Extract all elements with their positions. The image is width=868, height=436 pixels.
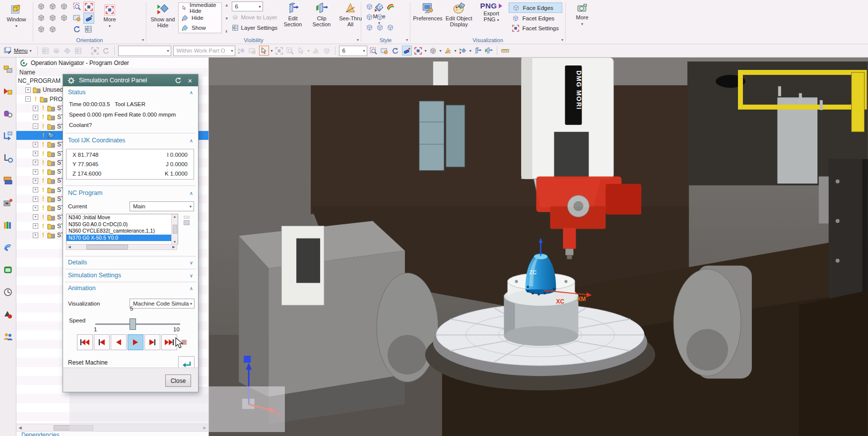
work-layer-combo[interactable]: 6▾ xyxy=(232,1,263,11)
render-style-dropdown-icon[interactable]: ▾ xyxy=(440,49,442,53)
status-bulb-icon[interactable]: ! xyxy=(40,195,46,202)
graphics-viewport[interactable]: DMG MORI xyxy=(209,58,868,436)
status-bulb-icon[interactable]: ! xyxy=(40,114,46,121)
close-button[interactable]: Close xyxy=(165,374,191,387)
expander-icon[interactable]: + xyxy=(33,178,38,184)
orientation-more-button[interactable]: More▾ xyxy=(96,3,123,30)
simulation-settings-section-header[interactable]: Simulation Settings xyxy=(68,272,121,279)
gallery-expand-icon[interactable]: ⇟ xyxy=(225,29,229,34)
status-bulb-icon[interactable]: ! xyxy=(40,123,46,130)
play-button[interactable] xyxy=(128,334,143,350)
status-bulb-icon[interactable]: ! xyxy=(40,177,46,184)
sphere-dropdown-icon[interactable]: ▾ xyxy=(455,49,457,53)
studio-style-icon[interactable] xyxy=(375,12,385,22)
view-trimetric-icon[interactable] xyxy=(36,1,46,11)
rotate-icon[interactable] xyxy=(391,46,400,55)
view-top-icon[interactable] xyxy=(36,13,46,23)
static-wireframe-style-icon[interactable] xyxy=(375,22,385,32)
rainbow-style-icon[interactable] xyxy=(385,1,395,11)
view-left-icon[interactable] xyxy=(48,13,58,23)
show-hide-dropdown-icon[interactable]: ▾ xyxy=(469,49,471,53)
expander-icon[interactable]: + xyxy=(33,142,38,147)
status-bulb-icon[interactable]: ! xyxy=(40,232,46,239)
show-and-hide-button[interactable]: Show and Hide xyxy=(149,1,176,29)
selection-filter-combo[interactable]: ▾ xyxy=(118,46,171,56)
nc-program-collapse-icon[interactable]: ∧ xyxy=(190,190,193,196)
speed-slider-track[interactable] xyxy=(95,323,180,325)
status-bulb-icon[interactable]: ! xyxy=(40,159,46,166)
machine-tool-builder-icon[interactable] xyxy=(2,197,13,208)
nc-scroll-up-icon[interactable]: ▲ xyxy=(173,215,177,218)
details-section-header[interactable]: Details xyxy=(68,259,87,266)
render-style-icon[interactable] xyxy=(429,46,438,55)
assembly-navigator-icon[interactable] xyxy=(2,63,13,74)
zoom-icon[interactable] xyxy=(369,46,378,55)
wireframe-style-icon[interactable] xyxy=(375,1,385,11)
reuse-library-icon[interactable] xyxy=(2,175,13,186)
nc-scrollbar-thumb[interactable] xyxy=(173,225,177,234)
see-thru-all-button[interactable]: See-Thru All xyxy=(337,1,364,28)
nc-program-section-header[interactable]: NC Program xyxy=(68,189,102,196)
clip-section-toolbar-icon[interactable] xyxy=(473,46,482,55)
web-browser-icon[interactable] xyxy=(2,264,13,275)
expander-icon[interactable]: − xyxy=(25,96,31,102)
edit-object-display-button[interactable]: Edit Object Display xyxy=(444,1,474,28)
roles-icon[interactable] xyxy=(2,331,13,342)
snap-point-dropdown-icon[interactable]: ▾ xyxy=(271,49,273,53)
status-bulb-icon[interactable]: ! xyxy=(40,204,46,211)
tool-ijk-collapse-icon[interactable]: ∧ xyxy=(190,138,193,143)
status-bulb-icon[interactable]: ! xyxy=(40,214,46,221)
style-dialog-launcher[interactable]: ▾ xyxy=(406,38,408,42)
process-library-icon[interactable] xyxy=(2,220,13,231)
history-icon[interactable] xyxy=(2,287,13,298)
nc-hscrollbar-thumb[interactable] xyxy=(86,245,128,249)
show-item[interactable]: Show xyxy=(179,23,221,33)
expander-icon[interactable]: + xyxy=(33,205,38,211)
rotate-pen-icon[interactable] xyxy=(83,13,94,24)
system-materials-icon[interactable] xyxy=(2,309,13,320)
nc-scroll-left-icon[interactable]: ◀ xyxy=(67,245,72,249)
view-back-icon[interactable] xyxy=(48,24,58,34)
expander-icon[interactable]: + xyxy=(33,187,38,192)
animation-section-header[interactable]: Animation xyxy=(68,285,96,292)
nc-code-line[interactable]: N370 G0 X-50.5 Y0.0 xyxy=(67,235,171,242)
nc-code-line[interactable]: N340 ;Initial Move xyxy=(67,214,171,221)
machine-tool-navigator-icon[interactable] xyxy=(2,153,13,164)
simulation-settings-expand-icon[interactable]: ∨ xyxy=(190,273,193,278)
expander-icon[interactable]: + xyxy=(33,151,38,156)
nc-code-line[interactable]: N350 G0 A0.0 C=DC(0.0) xyxy=(67,221,171,228)
constraint-navigator-icon[interactable] xyxy=(2,86,13,97)
snap-point-icon[interactable] xyxy=(259,46,269,56)
status-bulb-icon[interactable]: ! xyxy=(40,132,46,139)
expander-icon[interactable]: + xyxy=(33,160,38,165)
orientation-dialog-launcher[interactable]: ▾ xyxy=(142,38,144,42)
shaded-style-icon[interactable] xyxy=(364,12,374,22)
edit-section-button[interactable]: Edit Section xyxy=(279,1,306,28)
hidden-edges-style-icon[interactable] xyxy=(364,22,374,32)
status-bulb-icon[interactable]: ! xyxy=(40,223,46,230)
status-collapse-icon[interactable]: ∧ xyxy=(190,90,193,95)
status-bulb-icon[interactable]: ! xyxy=(40,168,46,175)
details-expand-icon[interactable]: ∨ xyxy=(190,260,193,265)
operation-navigator-icon[interactable] xyxy=(2,130,13,141)
step-forward-button[interactable] xyxy=(144,334,160,350)
status-section-header[interactable]: Status xyxy=(68,89,85,96)
view-scale-combo[interactable]: 6▾ xyxy=(339,46,367,56)
nc-scroll-right-icon[interactable]: ▶ xyxy=(171,245,177,249)
pan-icon[interactable] xyxy=(380,46,389,55)
expander-icon[interactable]: + xyxy=(33,223,38,229)
shaded-edges-style-icon[interactable] xyxy=(364,1,374,11)
scroll-left-icon[interactable]: ◀ xyxy=(16,426,24,430)
perspective-pen-icon[interactable] xyxy=(402,46,412,56)
status-bulb-icon[interactable]: ! xyxy=(40,187,46,193)
measure-icon[interactable] xyxy=(501,46,510,55)
play-reverse-button[interactable] xyxy=(111,334,127,350)
speed-slider-thumb[interactable] xyxy=(130,318,136,330)
view-bottom-icon[interactable] xyxy=(36,24,46,34)
visualization-combo[interactable]: Machine Code Simula▾ xyxy=(130,299,195,309)
animation-collapse-icon[interactable]: ∧ xyxy=(190,286,193,291)
fit-view-icon[interactable] xyxy=(83,1,94,12)
touch-explore-icon[interactable] xyxy=(2,242,13,253)
expander-icon[interactable]: − xyxy=(33,124,38,129)
nc-horizontal-scrollbar[interactable]: ◀ ▶ xyxy=(66,244,177,250)
